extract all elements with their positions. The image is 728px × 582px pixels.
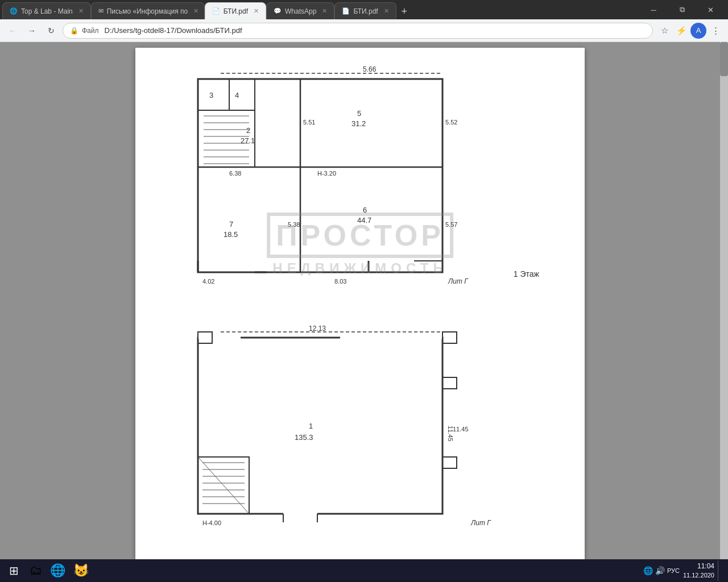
floor-plan-1-svg: 3 4 2 27.1 5 31.2 6 44.7 7 18.5 [141, 59, 556, 304]
tab-bti-2[interactable]: 📄 БТИ.pdf ✕ [334, 2, 396, 19]
pdf-page: 3 4 2 27.1 5 31.2 6 44.7 7 18.5 [135, 48, 585, 559]
svg-text:44.7: 44.7 [357, 216, 371, 225]
svg-rect-41 [198, 338, 442, 514]
svg-text:4.02: 4.02 [202, 278, 214, 285]
svg-text:6: 6 [363, 206, 367, 214]
language-indicator: РУС [667, 567, 680, 574]
svg-text:11.45: 11.45 [453, 426, 469, 433]
profile-button[interactable]: A [690, 23, 706, 39]
svg-text:12.13: 12.13 [309, 325, 326, 332]
title-bar: 🌐 Top & Lab - Main ✕ ✉ Письмо «Информаци… [0, 0, 728, 19]
address-input-wrapper[interactable]: 🔒 Файл [63, 23, 653, 39]
tab-favicon-5: 📄 [342, 7, 350, 15]
taskbar-app3[interactable]: 😺 [70, 560, 92, 581]
svg-text:31.2: 31.2 [351, 119, 366, 128]
svg-text:5.57: 5.57 [445, 221, 457, 228]
svg-rect-62 [442, 377, 457, 389]
taskbar-chrome[interactable]: 🌐 [47, 560, 69, 581]
files-icon: 🗂 [30, 563, 42, 578]
svg-text:Лит Г: Лит Г [470, 519, 491, 527]
svg-rect-5 [198, 79, 229, 110]
svg-text:5: 5 [357, 109, 361, 118]
svg-text:5.52: 5.52 [445, 119, 457, 126]
svg-text:8.03: 8.03 [334, 278, 346, 285]
tab-whatsapp[interactable]: 💬 WhatsApp ✕ [266, 2, 334, 19]
svg-text:Н-3.20: Н-3.20 [317, 170, 336, 177]
pdf-viewer: 3 4 2 27.1 5 31.2 6 44.7 7 18.5 [0, 42, 728, 559]
svg-text:Н-4.00: Н-4.00 [202, 519, 221, 526]
tab-favicon-2: ✉ [98, 7, 104, 15]
scrollbar-right[interactable] [720, 42, 728, 559]
floor-plan-2-svg: 12.13 11.45 11.45 1 135.3 [141, 321, 556, 537]
tab-close-3[interactable]: ✕ [254, 7, 259, 15]
address-input[interactable] [105, 26, 646, 35]
svg-text:5.51: 5.51 [303, 119, 315, 126]
svg-rect-66 [442, 332, 457, 343]
svg-text:6.38: 6.38 [229, 170, 241, 177]
tab-email[interactable]: ✉ Письмо «Информация по ✕ [91, 2, 205, 19]
taskbar-files[interactable]: 🗂 [26, 560, 46, 581]
tab-strip: 🌐 Top & Lab - Main ✕ ✉ Письмо «Информаци… [0, 0, 640, 19]
taskbar-right: 🌐 🔊 РУС 11:04 11.12.2020 [643, 560, 726, 581]
tab-top-lab[interactable]: 🌐 Top & Lab - Main ✕ [2, 2, 91, 19]
tab-close-5[interactable]: ✕ [384, 7, 389, 15]
sys-icons: 🌐 🔊 РУС [643, 566, 680, 575]
forward-button[interactable]: → [24, 23, 40, 39]
taskbar: ⊞ 🗂 🌐 😺 🌐 🔊 РУС 11:04 11.12.2020 [0, 559, 728, 582]
tab-label-3: БТИ.pdf [224, 7, 248, 15]
minimize-button[interactable]: ─ [640, 0, 667, 19]
svg-text:4: 4 [235, 91, 239, 99]
reload-button[interactable]: ↻ [43, 23, 59, 39]
svg-text:7: 7 [229, 220, 233, 228]
svg-text:18.5: 18.5 [224, 230, 238, 239]
back-button[interactable]: ← [5, 23, 20, 39]
time-display: 11:04 [683, 562, 714, 571]
svg-rect-63 [442, 457, 457, 468]
tab-label-2: Письмо «Информация по [107, 7, 188, 15]
new-tab-button[interactable]: + [396, 3, 412, 19]
svg-text:27.1: 27.1 [241, 136, 255, 145]
browser-frame: 🌐 Top & Lab - Main ✕ ✉ Письмо «Информаци… [0, 0, 728, 582]
tab-label-5: БТИ.pdf [353, 7, 378, 15]
tab-favicon-4: 💬 [274, 7, 282, 15]
address-bar: ← → ↻ 🔒 Файл ☆ ⚡ A ⋮ [0, 19, 728, 42]
tab-favicon-1: 🌐 [10, 7, 18, 15]
pdf-content[interactable]: 3 4 2 27.1 5 31.2 6 44.7 7 18.5 [0, 42, 720, 559]
close-button[interactable]: ✕ [697, 0, 723, 19]
start-button[interactable]: ⊞ [2, 560, 25, 581]
show-desktop-button[interactable] [718, 560, 721, 581]
window-controls: ─ ⧉ ✕ [640, 0, 728, 19]
tab-close-2[interactable]: ✕ [193, 7, 198, 15]
svg-text:5.38: 5.38 [288, 221, 300, 228]
tab-favicon-3: 📄 [212, 7, 220, 15]
svg-text:2: 2 [246, 126, 250, 135]
app3-icon: 😺 [73, 563, 89, 578]
tab-close-4[interactable]: ✕ [322, 7, 327, 15]
extensions-button[interactable]: ⚡ [673, 23, 689, 39]
volume-icon: 🔊 [655, 566, 665, 575]
tab-bti-active[interactable]: 📄 БТИ.pdf ✕ [205, 2, 266, 19]
svg-text:5.66: 5.66 [363, 65, 377, 73]
network-icon: 🌐 [643, 566, 653, 575]
start-icon: ⊞ [9, 564, 19, 577]
svg-rect-6 [229, 79, 255, 110]
taskbar-time: 11:04 11.12.2020 [683, 562, 714, 579]
svg-line-57 [198, 457, 249, 514]
date-display: 11.12.2020 [683, 571, 714, 579]
menu-button[interactable]: ⋮ [708, 23, 723, 39]
floor-1-label: 1 Этаж [514, 269, 539, 278]
tab-close-1[interactable]: ✕ [78, 7, 84, 15]
svg-text:1: 1 [309, 422, 313, 430]
tab-label-4: WhatsApp [285, 7, 316, 15]
bookmarks-button[interactable]: ☆ [656, 23, 672, 39]
lock-icon: 🔒 [70, 27, 78, 35]
address-bar-actions: ☆ ⚡ A ⋮ [656, 23, 723, 39]
scrollbar-thumb[interactable] [720, 42, 728, 76]
maximize-button[interactable]: ⧉ [669, 0, 695, 19]
svg-text:135.3: 135.3 [295, 433, 313, 442]
file-prefix: Файл [82, 27, 99, 35]
svg-text:Лит Г: Лит Г [448, 277, 469, 285]
svg-text:3: 3 [209, 91, 213, 99]
chrome-icon: 🌐 [50, 563, 65, 578]
tab-label-1: Top & Lab - Main [21, 7, 73, 15]
